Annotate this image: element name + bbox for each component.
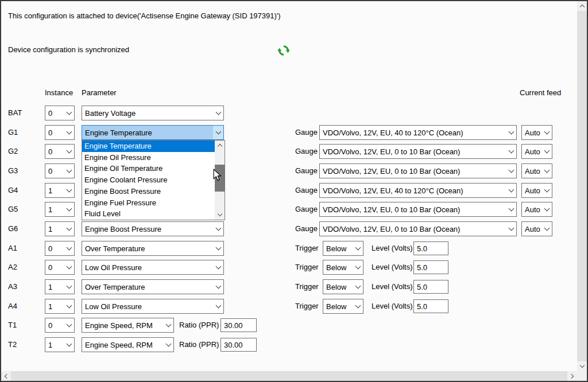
chevron-down-icon <box>64 202 74 216</box>
vertical-scrollbar[interactable] <box>577 1 587 371</box>
level-input-a2[interactable] <box>413 260 448 274</box>
trigger-select-a1[interactable]: Below <box>323 241 363 256</box>
chevron-down-icon <box>213 260 223 274</box>
chevron-down-icon <box>541 222 552 236</box>
scroll-right-icon[interactable] <box>567 371 577 381</box>
instance-select-t1[interactable]: 0 <box>45 318 75 333</box>
feed-select-g2[interactable]: Auto <box>521 144 552 159</box>
parameter-select-a2[interactable]: Low Oil Pressure <box>82 260 224 275</box>
chevron-down-icon <box>213 106 223 120</box>
parameter-select-a1[interactable]: Over Temperature <box>82 241 224 256</box>
instance-select-bat[interactable]: 0 <box>45 106 75 120</box>
column-header-current-feed: Current feed <box>520 88 561 97</box>
scroll-left-icon[interactable] <box>1 371 11 381</box>
instance-select-g6[interactable]: 1 <box>45 221 75 236</box>
parameter-select-bat[interactable]: Battery Voltage <box>82 106 224 120</box>
gauge-label: Gauge <box>295 183 318 198</box>
feed-select-g4[interactable]: Auto <box>521 183 552 198</box>
dropdown-option-engine-oil-temperature[interactable]: Engine Oil Temperature <box>82 163 225 174</box>
parameter-select-g6[interactable]: Engine Boost Pressure <box>82 221 224 236</box>
instance-select-g2[interactable]: 0 <box>45 144 75 159</box>
parameter-select-t1[interactable]: Engine Speed, RPM <box>82 318 174 333</box>
gauge-select-g6[interactable]: VDO/Volvo, 12V, EU, 0 to 10 Bar (Ocean) <box>319 221 517 236</box>
dropdown-option-engine-fuel-pressure[interactable]: Engine Fuel Pressure <box>82 197 225 209</box>
chevron-down-icon <box>541 126 552 139</box>
parameter-select-t2[interactable]: Engine Speed, RPM <box>82 337 174 352</box>
dropdown-option-engine-coolant-pressure[interactable]: Engine Coolant Pressure <box>82 174 225 186</box>
row-a3: A3 1 Over Temperature Trigger Below Leve… <box>1 279 587 294</box>
parameter-select-g1-open[interactable]: Engine Temperature <box>82 125 224 140</box>
instance-select-a1[interactable]: 0 <box>45 241 75 256</box>
row-label-g3: G3 <box>8 163 18 178</box>
chevron-down-icon <box>353 280 363 294</box>
vertical-scrollbar-thumb[interactable] <box>577 11 587 361</box>
level-input-a4[interactable] <box>413 299 448 313</box>
row-label-a4: A4 <box>8 299 17 314</box>
scroll-down-icon[interactable] <box>215 210 225 220</box>
scrollbar-corner <box>577 371 587 381</box>
chevron-down-icon <box>64 299 74 313</box>
ratio-input-t1[interactable] <box>220 318 257 332</box>
gauge-label: Gauge <box>295 144 318 159</box>
gauge-select-g2[interactable]: VDO/Volvo, 12V, EU, 0 to 10 Bar (Ocean) <box>319 144 517 159</box>
chevron-down-icon <box>506 222 516 236</box>
instance-select-g3[interactable]: 0 <box>45 163 75 178</box>
horizontal-scrollbar[interactable] <box>1 371 577 381</box>
feed-select-g3[interactable]: Auto <box>521 163 552 178</box>
sync-status-text: Device configuration is synchronized <box>8 45 129 54</box>
parameter-select-a4[interactable]: Low Oil Pressure <box>82 299 224 314</box>
instance-select-t2[interactable]: 1 <box>45 337 75 352</box>
feed-select-g1[interactable]: Auto <box>521 125 552 140</box>
scroll-up-icon[interactable] <box>215 141 225 150</box>
instance-select-a3[interactable]: 1 <box>45 279 75 294</box>
row-label-a2: A2 <box>8 260 17 275</box>
trigger-label: Trigger <box>295 299 319 314</box>
dropdown-option-engine-temperature[interactable]: Engine Temperature <box>82 141 225 152</box>
level-input-a1[interactable] <box>413 241 448 255</box>
row-label-g4: G4 <box>8 183 18 198</box>
ratio-input-t2[interactable] <box>220 338 257 352</box>
instance-select-g4[interactable]: 1 <box>45 183 75 198</box>
dropdown-option-fluid-level[interactable]: Fluid Level <box>82 208 225 220</box>
chevron-down-icon <box>506 184 516 197</box>
gauge-select-g1[interactable]: VDO/Volvo, 12V, EU, 40 to 120°C (Ocean) <box>319 125 517 140</box>
chevron-down-icon <box>353 260 363 274</box>
row-label-g5: G5 <box>8 202 18 217</box>
feed-select-g5[interactable]: Auto <box>521 202 552 217</box>
dropdown-option-engine-boost-pressure[interactable]: Engine Boost Pressure <box>82 186 225 197</box>
trigger-select-a2[interactable]: Below <box>323 260 363 275</box>
scroll-up-icon[interactable] <box>577 1 587 11</box>
chevron-down-icon <box>541 145 552 158</box>
trigger-select-a4[interactable]: Below <box>323 299 363 314</box>
gauge-select-g5[interactable]: VDO/Volvo, 12V, EU, 0 to 10 Bar (Ocean) <box>319 202 517 217</box>
instance-select-a2[interactable]: 0 <box>45 260 75 275</box>
chevron-down-icon <box>64 184 74 197</box>
gauge-select-g3[interactable]: VDO/Volvo, 12V, EU, 0 to 10 Bar (Ocean) <box>319 163 517 178</box>
trigger-label: Trigger <box>295 279 319 294</box>
dropdown-option-engine-oil-pressure[interactable]: Engine Oil Pressure <box>82 152 225 163</box>
chevron-down-icon <box>64 164 74 178</box>
ratio-label: Ratio (PPR) <box>179 318 219 333</box>
row-label-g1: G1 <box>8 125 18 140</box>
trigger-label: Trigger <box>295 241 319 256</box>
gauge-select-g4[interactable]: VDO/Volvo, 12V, EU, 40 to 120°C (Ocean) <box>319 183 517 198</box>
horizontal-scrollbar-thumb[interactable] <box>11 371 567 381</box>
feed-select-g6[interactable]: Auto <box>521 221 552 236</box>
column-header-instance: Instance <box>45 88 73 97</box>
instance-select-g5[interactable]: 1 <box>45 202 75 217</box>
row-label-t1: T1 <box>8 318 17 333</box>
chevron-down-icon <box>213 126 223 139</box>
chevron-down-icon <box>64 126 74 139</box>
instance-select-a4[interactable]: 1 <box>45 299 75 314</box>
chevron-down-icon <box>163 338 173 352</box>
row-label-t2: T2 <box>8 337 17 352</box>
row-bat: BAT 0 Battery Voltage <box>1 106 587 120</box>
level-label: Level (Volts) <box>372 260 413 275</box>
level-input-a3[interactable] <box>413 280 448 294</box>
parameter-dropdown-popup: Engine Temperature Engine Oil Pressure E… <box>82 140 225 220</box>
parameter-select-a3[interactable]: Over Temperature <box>82 279 224 294</box>
level-label: Level (Volts) <box>372 279 413 294</box>
scroll-down-icon[interactable] <box>577 361 587 371</box>
instance-select-g1[interactable]: 0 <box>45 125 75 140</box>
trigger-select-a3[interactable]: Below <box>323 279 363 294</box>
